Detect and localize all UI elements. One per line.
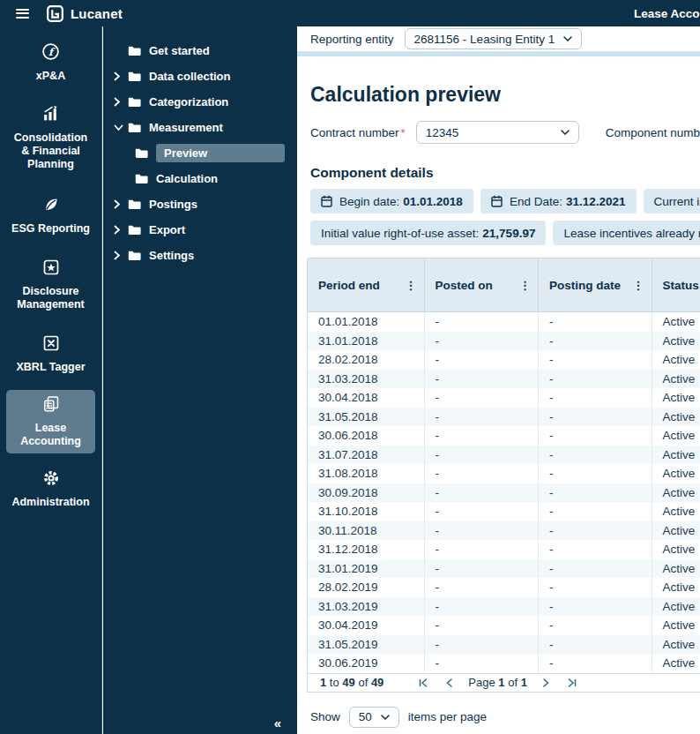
column-header-period-end[interactable]: Period end ⋮ — [308, 258, 425, 311]
tree-item-data-collection[interactable]: Data collection — [103, 64, 297, 89]
table-row[interactable]: 31.12.2018 - - Active — [308, 540, 700, 559]
last-page-button[interactable] — [562, 675, 582, 691]
cell-posted-on: - — [425, 408, 540, 427]
table-row[interactable]: 31.03.2019 - - Active — [308, 597, 700, 617]
column-header-status[interactable]: Status ⋮ — [652, 258, 700, 311]
tree-item-label: Measurement — [149, 121, 223, 134]
tree-item-label-selected: Preview — [156, 144, 285, 162]
collapse-sidebar-button[interactable]: « — [274, 715, 281, 730]
cell-posting-date: - — [539, 635, 652, 655]
table-row[interactable]: 31.01.2018 - - Active — [308, 332, 700, 351]
cell-posted-on: - — [425, 446, 540, 465]
cell-period-end: 28.02.2018 — [308, 350, 425, 370]
sidebar-item-consolidation[interactable]: Consolidation & Financial Planning — [6, 99, 95, 176]
cell-status: Active — [652, 426, 700, 446]
pagination-range: 1 to 49 of 49 — [320, 676, 384, 689]
calendar-icon — [491, 195, 503, 207]
table-row[interactable]: 31.08.2018 - - Active — [308, 464, 700, 483]
star-badge-icon — [42, 258, 60, 280]
table-row[interactable]: 28.02.2018 - - Active — [308, 350, 700, 370]
sidebar-item-lease-accounting[interactable]: Lease Accounting — [6, 390, 95, 453]
page-size-select[interactable]: 50 — [349, 707, 399, 728]
page-size-value: 50 — [359, 710, 372, 723]
cell-posting-date: - — [539, 388, 652, 408]
cell-status: Active — [652, 312, 700, 332]
chevron-right-icon[interactable] — [114, 225, 128, 235]
cell-period-end: 30.06.2019 — [308, 654, 425, 673]
cell-posted-on: - — [425, 616, 540, 635]
previous-page-button[interactable] — [440, 675, 459, 691]
tree-item-postings[interactable]: Postings — [103, 191, 297, 217]
column-header-posting-date[interactable]: Posting date ⋮ — [539, 258, 652, 311]
column-header-posted-on[interactable]: Posted on ⋮ — [425, 258, 540, 311]
tree-item-export[interactable]: Export — [103, 217, 297, 243]
sidebar-item-disclosure[interactable]: Disclosure Management — [6, 253, 95, 317]
table-row[interactable]: 31.05.2018 - - Active — [308, 408, 700, 427]
chevron-right-icon[interactable] — [114, 97, 128, 107]
table-row[interactable]: 31.01.2019 - - Active — [308, 559, 700, 579]
cell-posted-on: - — [425, 483, 540, 503]
table-row[interactable]: 30.06.2019 - - Active — [308, 654, 700, 673]
xpa-icon: f — [41, 42, 60, 64]
sidebar-item-esg[interactable]: ESG Reporting — [6, 191, 95, 241]
chevron-right-icon[interactable] — [114, 71, 128, 81]
tree-item-calculation[interactable]: Calculation — [103, 166, 297, 191]
chevron-right-icon[interactable] — [114, 199, 128, 209]
first-page-button[interactable] — [413, 675, 433, 691]
chevron-down-icon — [561, 130, 570, 135]
cell-posting-date: - — [539, 483, 652, 503]
cell-period-end: 01.01.2018 — [308, 312, 425, 332]
sidebar-item-xbrl[interactable]: XBRL Tagger — [6, 329, 95, 379]
cell-status: Active — [652, 559, 700, 579]
cell-posting-date: - — [539, 654, 652, 673]
chip-label: Lease incentives already received: — [563, 227, 700, 240]
table-row[interactable]: 30.04.2019 - - Active — [308, 616, 700, 635]
reporting-entity-select[interactable]: 2681156 - Leasing Entity 1 — [405, 28, 583, 49]
column-menu-icon[interactable]: ⋮ — [519, 280, 531, 291]
tree-item-categorization[interactable]: Categorization — [103, 89, 297, 115]
cell-period-end: 30.09.2018 — [308, 483, 425, 503]
cell-posting-date: - — [539, 540, 652, 559]
cell-status: Active — [652, 388, 700, 408]
table-row[interactable]: 30.11.2018 - - Active — [308, 521, 700, 541]
table-row[interactable]: 31.10.2018 - - Active — [308, 502, 700, 521]
component-number-label: Component number or lease object — [606, 126, 700, 139]
table-row[interactable]: 30.06.2018 - - Active — [308, 426, 700, 446]
column-menu-icon[interactable]: ⋮ — [406, 280, 417, 291]
table-row[interactable]: 30.04.2018 - - Active — [308, 388, 700, 408]
tree-item-label: Categorization — [149, 95, 228, 109]
chevron-right-icon[interactable] — [114, 251, 128, 260]
tree-item-preview[interactable]: Preview — [103, 140, 297, 166]
sidebar-item-xpa[interactable]: f xP&A — [6, 37, 95, 88]
sidebar-item-administration[interactable]: Administration — [6, 464, 95, 514]
cell-status: Active — [652, 446, 700, 465]
chevron-down-icon[interactable] — [114, 124, 128, 131]
reporting-entity-value: 2681156 - Leasing Entity 1 — [414, 33, 555, 46]
table-row[interactable]: 31.07.2018 - - Active — [308, 446, 700, 465]
table-row[interactable]: 31.05.2019 - - Active — [308, 635, 700, 655]
table-row[interactable]: 28.02.2019 - - Active — [308, 578, 700, 597]
tree-item-label: Postings — [149, 198, 197, 211]
table-row[interactable]: 31.03.2018 - - Active — [308, 370, 700, 389]
chip-label: Begin date: — [339, 195, 399, 208]
next-page-button[interactable] — [536, 675, 555, 691]
calculation-table: Period end ⋮ Posted on ⋮ Posting date ⋮ … — [307, 258, 700, 693]
sidebar-item-label: XBRL Tagger — [16, 361, 85, 374]
tree-item-measurement[interactable]: Measurement — [103, 115, 297, 140]
tree-item-settings[interactable]: Settings — [103, 243, 297, 268]
sidebar-item-label: Lease Accounting — [10, 422, 92, 448]
hamburger-menu-icon[interactable] — [16, 6, 29, 20]
cell-period-end: 31.03.2018 — [308, 370, 425, 389]
header-divider-strip — [297, 51, 700, 56]
tree-item-get-started[interactable]: Get started — [103, 38, 297, 64]
cell-posted-on: - — [425, 426, 540, 446]
chevron-down-icon — [381, 715, 390, 720]
cell-posting-date: - — [539, 332, 652, 351]
table-row[interactable]: 30.09.2018 - - Active — [308, 483, 700, 503]
table-body: 01.01.2018 - - Active 31.01.2018 - - Act… — [308, 312, 700, 673]
table-row[interactable]: 01.01.2018 - - Active — [308, 312, 700, 332]
component-chip-row-2: Initial value right-of-use asset: 21,759… — [310, 221, 700, 245]
column-menu-icon[interactable]: ⋮ — [633, 280, 644, 291]
chip-value: 21,759.97 — [482, 227, 535, 240]
contract-number-select[interactable]: 12345 — [416, 121, 579, 144]
